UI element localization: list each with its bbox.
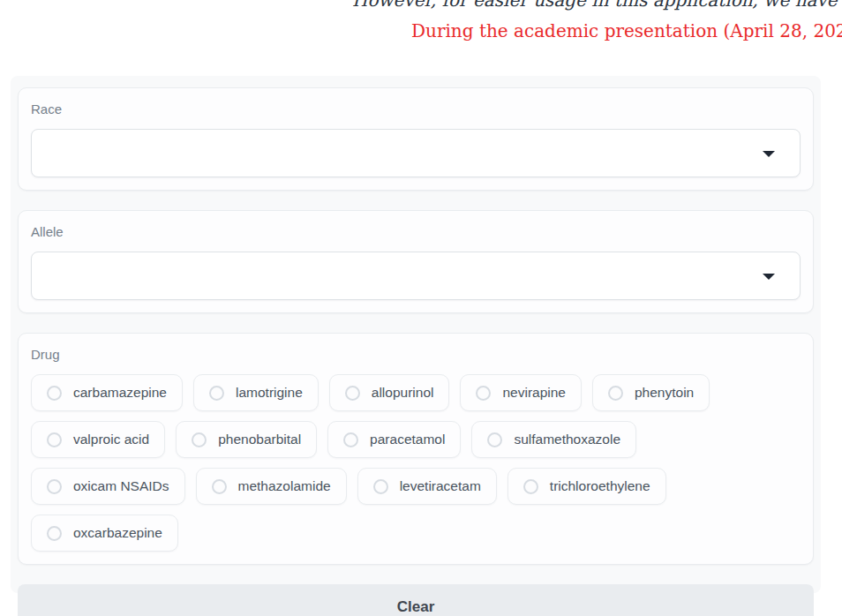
chevron-down-icon bbox=[763, 274, 775, 280]
allele-select[interactable] bbox=[31, 252, 801, 300]
clipped-italic-paragraph: However, for easier usage in this applic… bbox=[352, 0, 842, 11]
drug-section: Drug carbamazepine lamotrigine allopurin… bbox=[18, 333, 814, 565]
radio-icon[interactable] bbox=[212, 479, 227, 494]
radio-icon[interactable] bbox=[345, 386, 360, 401]
drug-option-label: valproic acid bbox=[73, 432, 149, 447]
drug-option-lamotrigine[interactable]: lamotrigine bbox=[193, 374, 319, 411]
drug-option-valproic-acid[interactable]: valproic acid bbox=[31, 421, 165, 458]
radio-icon[interactable] bbox=[192, 432, 207, 447]
radio-icon[interactable] bbox=[487, 432, 502, 447]
drug-option-label: trichloroethylene bbox=[550, 478, 650, 494]
drug-option-label: oxcarbazepine bbox=[73, 525, 162, 541]
drug-option-label: sulfamethoxazole bbox=[514, 432, 620, 447]
radio-icon[interactable] bbox=[523, 479, 538, 494]
radio-icon[interactable] bbox=[373, 479, 388, 494]
drug-option-label: oxicam NSAIDs bbox=[73, 478, 169, 494]
drug-option-label: phenobarbital bbox=[218, 432, 301, 447]
drug-option-nevirapine[interactable]: nevirapine bbox=[460, 374, 582, 411]
drug-option-phenobarbital[interactable]: phenobarbital bbox=[176, 421, 317, 458]
drug-option-levetiracetam[interactable]: levetiracetam bbox=[357, 468, 497, 505]
radio-icon[interactable] bbox=[47, 526, 62, 541]
radio-icon[interactable] bbox=[47, 386, 62, 401]
drug-option-phenytoin[interactable]: phenytoin bbox=[592, 374, 710, 411]
race-label: Race bbox=[31, 101, 801, 118]
allele-section: Allele bbox=[18, 210, 814, 313]
drug-option-label: nevirapine bbox=[502, 385, 566, 401]
radio-icon[interactable] bbox=[608, 386, 623, 401]
drug-option-label: allopurinol bbox=[372, 385, 434, 401]
drug-option-label: paracetamol bbox=[370, 432, 445, 447]
filter-panel: Race Allele Drug carbamazepine lamotrigi… bbox=[11, 76, 821, 593]
radio-icon[interactable] bbox=[476, 386, 491, 401]
radio-icon[interactable] bbox=[47, 479, 62, 494]
drug-label: Drug bbox=[31, 346, 801, 364]
drug-option-trichloroethylene[interactable]: trichloroethylene bbox=[507, 468, 666, 505]
chevron-down-icon bbox=[763, 151, 775, 157]
radio-icon[interactable] bbox=[343, 432, 358, 447]
drug-option-sulfamethoxazole[interactable]: sulfamethoxazole bbox=[471, 421, 636, 458]
clear-button[interactable]: Clear bbox=[18, 584, 814, 616]
drug-option-label: levetiracetam bbox=[400, 478, 481, 494]
race-select[interactable] bbox=[31, 129, 801, 177]
presentation-note-red-text: During the academic presentation (April … bbox=[411, 20, 842, 41]
drug-option-paracetamol[interactable]: paracetamol bbox=[327, 421, 461, 458]
drug-option-oxcarbazepine[interactable]: oxcarbazepine bbox=[31, 515, 178, 552]
race-section: Race bbox=[18, 87, 814, 191]
radio-icon[interactable] bbox=[209, 386, 224, 401]
drug-option-methazolamide[interactable]: methazolamide bbox=[196, 468, 347, 505]
drug-option-label: carbamazepine bbox=[73, 385, 167, 401]
drug-option-oxicam-nsaids[interactable]: oxicam NSAIDs bbox=[31, 468, 185, 505]
radio-icon[interactable] bbox=[47, 432, 62, 447]
drug-option-label: methazolamide bbox=[238, 478, 331, 494]
page: However, for easier usage in this applic… bbox=[0, 0, 842, 616]
drug-option-label: lamotrigine bbox=[236, 385, 303, 401]
drug-option-label: phenytoin bbox=[635, 385, 694, 401]
drug-options: carbamazepine lamotrigine allopurinol ne… bbox=[31, 374, 801, 552]
drug-option-allopurinol[interactable]: allopurinol bbox=[329, 374, 450, 411]
drug-option-carbamazepine[interactable]: carbamazepine bbox=[31, 374, 183, 411]
allele-label: Allele bbox=[31, 223, 801, 241]
